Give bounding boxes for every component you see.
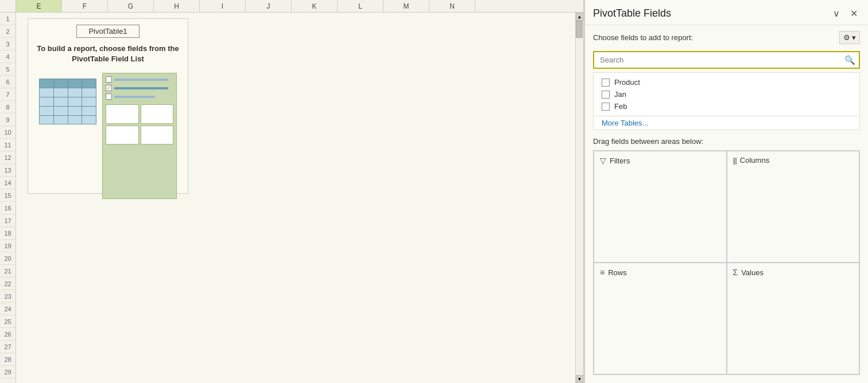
values-icon: Σ bbox=[733, 268, 738, 277]
illus-check-3 bbox=[106, 93, 112, 100]
vertical-scrollbar[interactable]: ▲ ▼ bbox=[575, 13, 583, 383]
illus-check-1 bbox=[106, 76, 112, 83]
gear-icon: ⚙ bbox=[843, 33, 850, 42]
row-num-9: 9 bbox=[0, 114, 16, 126]
field-checkbox-product[interactable] bbox=[602, 79, 610, 87]
field-checkbox-feb[interactable] bbox=[602, 103, 610, 111]
illus-bottom-grid bbox=[106, 104, 173, 144]
scroll-thumb[interactable] bbox=[576, 21, 583, 38]
row-num-28: 28 bbox=[0, 353, 16, 366]
field-label-jan: Jan bbox=[614, 90, 626, 99]
more-tables-section: More Tables... bbox=[593, 116, 860, 130]
fields-list: Product Jan Feb bbox=[593, 72, 860, 116]
area-values-header: Σ Values bbox=[733, 268, 854, 277]
field-item-jan[interactable]: Jan bbox=[602, 88, 851, 100]
pivot-placeholder: PivotTable1 To build a report, choose fi… bbox=[28, 18, 188, 194]
field-item-product[interactable]: Product bbox=[602, 76, 851, 88]
rows-body bbox=[600, 279, 720, 369]
row-num-12: 12 bbox=[0, 151, 16, 164]
illus-item-1 bbox=[106, 76, 173, 83]
row-num-23: 23 bbox=[0, 290, 16, 303]
subtitle-text: Choose fields to add to report: bbox=[593, 33, 693, 42]
row-num-14: 14 bbox=[0, 177, 16, 189]
col-header-i[interactable]: I bbox=[200, 0, 246, 12]
search-icon-button[interactable]: 🔍 bbox=[844, 55, 855, 65]
illus-check-2: ✓ bbox=[106, 85, 112, 91]
row-num-27: 27 bbox=[0, 341, 16, 353]
columns-label: Columns bbox=[740, 156, 769, 165]
grid-cells: PivotTable1 To build a report, choose fi… bbox=[16, 13, 575, 383]
col-header-g[interactable]: G bbox=[108, 0, 154, 12]
grid-container: E F G H I J K L M N 1 2 3 4 5 6 7 8 9 bbox=[0, 0, 584, 383]
col-header-f[interactable]: F bbox=[62, 0, 108, 12]
row-num-20: 20 bbox=[0, 252, 16, 265]
scroll-up-arrow[interactable]: ▲ bbox=[576, 13, 584, 21]
pivot-instruction: To build a report, choose fields from th… bbox=[34, 44, 182, 64]
more-tables-link[interactable]: More Tables... bbox=[602, 119, 648, 127]
field-checkbox-jan[interactable] bbox=[602, 91, 610, 99]
gear-dropdown-icon: ▾ bbox=[852, 33, 856, 42]
values-label: Values bbox=[741, 268, 764, 277]
search-input[interactable] bbox=[594, 52, 859, 68]
close-button[interactable]: ✕ bbox=[848, 7, 860, 20]
filters-label: Filters bbox=[610, 157, 630, 165]
row-num-3: 3 bbox=[0, 38, 16, 50]
column-headers: E F G H I J K L M N bbox=[0, 0, 583, 13]
col-header-n[interactable]: N bbox=[429, 0, 475, 12]
col-header-m[interactable]: M bbox=[383, 0, 429, 12]
pivot-illustration: ✓ bbox=[39, 73, 177, 187]
row-num-1: 1 bbox=[0, 13, 16, 25]
area-rows-header: ≡ Rows bbox=[600, 268, 720, 277]
area-columns-header: ||| Columns bbox=[733, 156, 854, 165]
col-header-e[interactable]: E bbox=[16, 0, 62, 12]
col-header-k[interactable]: K bbox=[292, 0, 338, 12]
col-header-l[interactable]: L bbox=[338, 0, 383, 12]
area-filters-header: ▽ Filters bbox=[600, 156, 720, 165]
row-num-7: 7 bbox=[0, 88, 16, 101]
illus-panel: ✓ bbox=[102, 73, 177, 199]
row-num-22: 22 bbox=[0, 278, 16, 290]
row-num-16: 16 bbox=[0, 202, 16, 214]
gear-button[interactable]: ⚙ ▾ bbox=[839, 31, 860, 44]
illus-item-2: ✓ bbox=[106, 85, 173, 91]
pivot-panel-header: PivotTable Fields ∨ ✕ bbox=[585, 0, 868, 25]
row-num-11: 11 bbox=[0, 139, 16, 151]
row-num-10: 10 bbox=[0, 126, 16, 139]
drag-instruction: Drag fields between areas below: bbox=[585, 130, 868, 150]
pivot-table-title: PivotTable1 bbox=[76, 25, 139, 38]
search-box: 🔍 bbox=[593, 51, 860, 69]
columns-body bbox=[733, 167, 854, 257]
row-num-4: 4 bbox=[0, 50, 16, 63]
area-columns[interactable]: ||| Columns bbox=[727, 151, 860, 263]
rows-icon: ≡ bbox=[600, 268, 604, 277]
pivot-panel-title: PivotTable Fields bbox=[593, 7, 671, 19]
area-filters[interactable]: ▽ Filters bbox=[594, 151, 727, 263]
pivot-panel-controls: ∨ ✕ bbox=[831, 7, 860, 20]
row-num-26: 26 bbox=[0, 328, 16, 341]
row-numbers: 1 2 3 4 5 6 7 8 9 10 11 12 13 14 15 16 1… bbox=[0, 13, 16, 383]
filters-body bbox=[600, 167, 720, 257]
values-body bbox=[733, 279, 854, 369]
rows-label: Rows bbox=[608, 268, 627, 277]
scroll-track[interactable] bbox=[576, 21, 583, 375]
col-header-h[interactable]: H bbox=[154, 0, 200, 12]
row-num-29: 29 bbox=[0, 366, 16, 378]
field-label-product: Product bbox=[614, 78, 640, 87]
row-num-25: 25 bbox=[0, 315, 16, 328]
area-values[interactable]: Σ Values bbox=[727, 263, 860, 374]
grid-body: 1 2 3 4 5 6 7 8 9 10 11 12 13 14 15 16 1… bbox=[0, 13, 583, 383]
col-header-j[interactable]: J bbox=[246, 0, 292, 12]
row-num-17: 17 bbox=[0, 214, 16, 227]
row-num-6: 6 bbox=[0, 76, 16, 88]
area-rows[interactable]: ≡ Rows bbox=[594, 263, 727, 374]
row-num-21: 21 bbox=[0, 265, 16, 278]
collapse-button[interactable]: ∨ bbox=[831, 7, 842, 20]
pivot-panel-subtitle: Choose fields to add to report: ⚙ ▾ bbox=[585, 25, 868, 49]
scroll-down-arrow[interactable]: ▼ bbox=[576, 375, 584, 383]
row-num-5: 5 bbox=[0, 63, 16, 76]
row-num-18: 18 bbox=[0, 227, 16, 240]
row-num-8: 8 bbox=[0, 101, 16, 114]
filters-icon: ▽ bbox=[600, 156, 606, 165]
field-item-feb[interactable]: Feb bbox=[602, 100, 851, 112]
row-num-24: 24 bbox=[0, 303, 16, 315]
